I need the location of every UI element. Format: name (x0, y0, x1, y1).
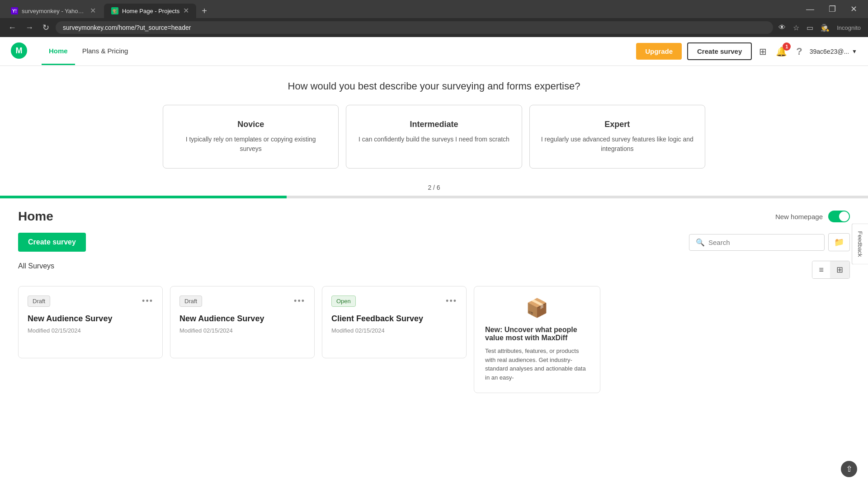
create-survey-header-button[interactable]: Create survey (687, 42, 752, 60)
reload-button[interactable]: ↻ (40, 21, 52, 34)
survey-card-2-header: Draft ••• (179, 296, 305, 307)
feedback-button[interactable]: Feedback (852, 223, 868, 264)
view-toggle: ≡ ⊞ (812, 261, 850, 279)
back-button[interactable]: ← (5, 21, 19, 34)
expertise-card-intermediate[interactable]: Intermediate I can confidently build the… (346, 105, 522, 169)
progress-label: 2 / 6 (0, 179, 868, 196)
folder-button[interactable]: 📁 (828, 233, 850, 251)
survey-card-1-title: New Audience Survey (28, 314, 153, 324)
search-icon: 🔍 (696, 238, 705, 247)
survey-card-2-badge: Draft (179, 296, 202, 307)
tab-yahoo-close[interactable]: ✕ (90, 7, 96, 14)
close-window-button[interactable]: ✕ (843, 2, 864, 16)
user-account[interactable]: 39ac6e23@... ▼ (810, 48, 857, 55)
nav-pricing[interactable]: Plans & Pricing (75, 38, 136, 65)
monkey-favicon: 🐒 (111, 7, 118, 14)
user-email-label: 39ac6e23@... (810, 48, 849, 55)
intermediate-title: Intermediate (357, 120, 510, 129)
list-icon: ≡ (819, 265, 824, 274)
home-header: Home New homepage (18, 209, 850, 224)
notification-badge: 1 (783, 42, 791, 51)
home-title: Home (18, 209, 53, 224)
star-icon[interactable]: ☆ (791, 22, 801, 34)
survey-card-3-title: Client Feedback Survey (331, 314, 457, 324)
novice-title: Novice (174, 120, 327, 129)
survey-card-2-more[interactable]: ••• (294, 296, 305, 306)
survey-card-1-badge: Draft (28, 296, 50, 307)
promo-icon-area: 📦 (485, 297, 589, 319)
search-input[interactable] (708, 239, 808, 246)
help-button[interactable]: ? (794, 44, 804, 59)
arrow-up-icon: ⇧ (846, 464, 853, 474)
progress-section: 2 / 6 (0, 169, 868, 198)
apps-button[interactable]: ⊞ (757, 44, 769, 59)
new-tab-button[interactable]: + (197, 4, 212, 18)
list-view-button[interactable]: ≡ (812, 261, 830, 278)
promo-title: New: Uncover what people value most with… (485, 326, 589, 342)
home-section: Home New homepage Create survey 🔍 📁 All … (0, 198, 868, 404)
expert-desc: I regularly use advanced survey features… (541, 135, 694, 154)
grid-icon: ⊞ (836, 265, 843, 274)
incognito-icon: 🕵 (819, 22, 831, 34)
expert-title: Expert (541, 120, 694, 129)
folder-icon: 📁 (834, 238, 844, 247)
maxdiff-icon: 📦 (526, 298, 548, 318)
promo-panel: 📦 New: Uncover what people value most wi… (474, 286, 600, 393)
eye-off-icon: 👁 (777, 22, 788, 33)
survey-card-3-badge: Open (331, 296, 356, 307)
tab-home-label: Home Page - Projects (122, 8, 179, 14)
header-actions: Upgrade Create survey ⊞ 🔔 1 ? 39ac6e23@.… (636, 42, 857, 60)
survey-card-3-header: Open ••• (331, 296, 457, 307)
tab-yahoo[interactable]: Y! surveymonkey - Yahoo Search ✕ (4, 4, 103, 18)
grid-view-button[interactable]: ⊞ (830, 261, 849, 278)
promo-desc: Test attributes, features, or products w… (485, 347, 589, 382)
survey-card-1-date: Modified 02/15/2024 (28, 327, 153, 334)
new-homepage-toggle-area: New homepage (775, 211, 850, 222)
app-header: M Home Plans & Pricing Upgrade Create su… (0, 37, 868, 66)
survey-card-2-title: New Audience Survey (179, 314, 305, 324)
surveys-header-row: All Surveys ≡ ⊞ (18, 261, 850, 279)
expertise-title: How would you best describe your surveyi… (11, 80, 857, 92)
notifications-button[interactable]: 🔔 1 (774, 44, 789, 59)
upgrade-button[interactable]: Upgrade (636, 43, 682, 60)
new-homepage-toggle[interactable] (828, 211, 850, 222)
scroll-arrow[interactable]: ⇧ (841, 461, 857, 477)
survey-card-1-more[interactable]: ••• (142, 296, 153, 306)
expertise-card-expert[interactable]: Expert I regularly use advanced survey f… (529, 105, 705, 169)
survey-card-2[interactable]: Draft ••• New Audience Survey Modified 0… (170, 286, 315, 358)
question-mark-icon: ? (796, 46, 802, 57)
novice-desc: I typically rely on templates or copying… (174, 135, 327, 154)
apps-grid-icon: ⊞ (759, 47, 767, 56)
sidebar-icon[interactable]: ▭ (805, 22, 815, 34)
toggle-knob (839, 211, 849, 221)
survey-card-3[interactable]: Open ••• Client Feedback Survey Modified… (322, 286, 467, 358)
yahoo-favicon: Y! (11, 7, 18, 14)
tab-yahoo-label: surveymonkey - Yahoo Search (22, 8, 86, 14)
intermediate-desc: I can confidently build the surveys I ne… (357, 135, 510, 144)
incognito-label: Incognito (835, 23, 863, 33)
address-bar[interactable] (56, 21, 773, 34)
forward-button[interactable]: → (23, 21, 36, 34)
search-area: 🔍 📁 (689, 233, 850, 251)
expertise-section: How would you best describe your surveyi… (0, 66, 868, 169)
survey-card-3-more[interactable]: ••• (446, 296, 457, 306)
expertise-cards: Novice I typically rely on templates or … (163, 105, 705, 169)
survey-card-2-date: Modified 02/15/2024 (179, 327, 305, 334)
home-toolbar: Create survey 🔍 📁 (18, 233, 850, 252)
tab-home-close[interactable]: ✕ (183, 7, 189, 14)
survey-card-3-date: Modified 02/15/2024 (331, 327, 457, 334)
new-homepage-label: New homepage (775, 213, 823, 221)
nav-home[interactable]: Home (42, 38, 75, 65)
logo[interactable]: M (11, 42, 27, 61)
tab-home[interactable]: 🐒 Home Page - Projects ✕ (104, 4, 196, 18)
chevron-down-icon: ▼ (852, 48, 857, 55)
svg-text:M: M (16, 46, 23, 55)
survey-card-1[interactable]: Draft ••• New Audience Survey Modified 0… (18, 286, 163, 358)
main-nav: Home Plans & Pricing (42, 38, 135, 65)
minimize-button[interactable]: — (799, 3, 821, 16)
all-surveys-label: All Surveys (18, 262, 54, 270)
create-survey-button[interactable]: Create survey (18, 233, 86, 252)
expertise-card-novice[interactable]: Novice I typically rely on templates or … (163, 105, 339, 169)
maximize-button[interactable]: ❐ (821, 2, 843, 16)
survey-card-1-header: Draft ••• (28, 296, 153, 307)
